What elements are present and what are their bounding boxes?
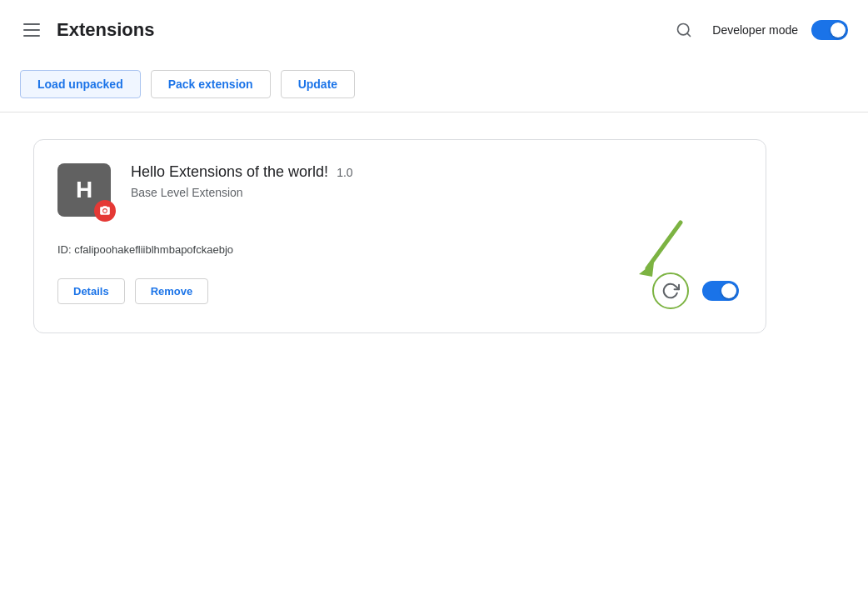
reload-wrap	[652, 272, 689, 309]
menu-icon[interactable]	[20, 20, 43, 40]
card-top: H Hello Extensions of the world! 1.0 Bas…	[57, 163, 739, 217]
header: Extensions Developer mode	[0, 0, 868, 60]
pack-extension-button[interactable]: Pack extension	[151, 70, 271, 98]
extension-name: Hello Extensions of the world!	[131, 163, 328, 181]
search-icon[interactable]	[669, 15, 699, 45]
svg-line-1	[687, 33, 691, 37]
main-content: H Hello Extensions of the world! 1.0 Bas…	[0, 112, 868, 360]
extension-name-row: Hello Extensions of the world! 1.0	[131, 163, 739, 181]
svg-line-2	[647, 222, 681, 268]
card-controls	[652, 272, 739, 309]
extension-description: Base Level Extension	[131, 186, 739, 199]
reload-button[interactable]	[652, 272, 689, 309]
extension-badge	[94, 200, 116, 222]
extension-info: Hello Extensions of the world! 1.0 Base …	[131, 163, 739, 199]
details-button[interactable]: Details	[57, 278, 125, 304]
card-actions: Details Remove	[57, 278, 208, 304]
extension-icon-wrap: H	[57, 163, 111, 217]
arrow-annotation	[622, 214, 697, 281]
page-title: Extensions	[57, 19, 656, 41]
developer-mode-toggle[interactable]	[811, 20, 848, 40]
load-unpacked-button[interactable]: Load unpacked	[20, 70, 141, 98]
extension-version: 1.0	[337, 166, 352, 179]
developer-mode-label: Developer mode	[712, 23, 798, 37]
remove-button[interactable]: Remove	[135, 278, 209, 304]
extension-card: H Hello Extensions of the world! 1.0 Bas…	[33, 139, 766, 333]
update-button[interactable]: Update	[281, 70, 355, 98]
extension-icon-letter: H	[76, 177, 92, 203]
card-bottom: Details Remove	[57, 272, 739, 309]
extension-toggle[interactable]	[702, 281, 739, 301]
toolbar: Load unpacked Pack extension Update	[0, 60, 868, 112]
